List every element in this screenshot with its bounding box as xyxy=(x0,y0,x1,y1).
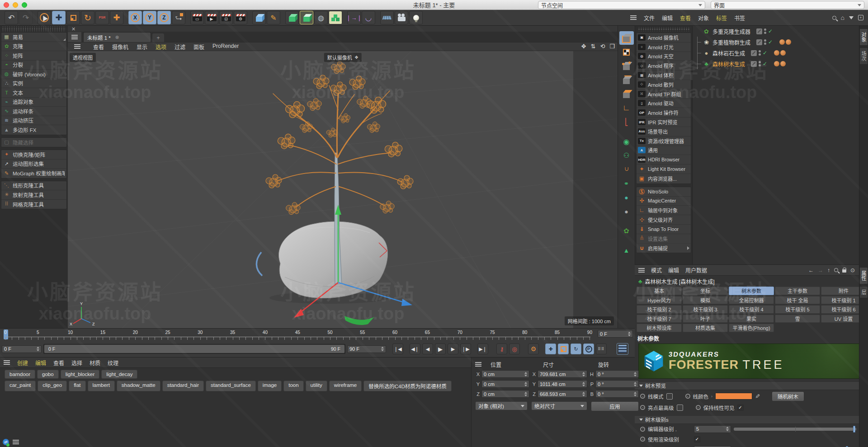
workplane-snap-button[interactable]: ● xyxy=(619,191,634,204)
lock-x-axis-button[interactable]: X xyxy=(128,11,142,24)
range-bar[interactable] xyxy=(44,345,344,353)
viewport-solo-button[interactable]: ◉ xyxy=(619,135,634,148)
polygons-mode-button[interactable] xyxy=(619,87,634,101)
record-rotation-toggle[interactable]: ↻ xyxy=(571,343,581,354)
left-menu-item[interactable]: ∿运动样条 xyxy=(1,107,66,116)
enabled-check-icon[interactable]: ✓ xyxy=(763,50,767,56)
enable-axis-button[interactable]: ∟ xyxy=(619,101,634,115)
view-label[interactable]: 透视视图 xyxy=(70,53,96,62)
rotate-tool[interactable]: ↻ xyxy=(81,11,94,24)
camera-button[interactable] xyxy=(395,11,408,24)
spinner-icon[interactable] xyxy=(726,427,729,431)
tag-icon[interactable] xyxy=(786,39,791,45)
attribute-tab[interactable]: 模拟 xyxy=(683,296,728,305)
arnold-menu-item[interactable]: ⁘Arnold 散列 xyxy=(637,80,691,89)
spinner-icon[interactable] xyxy=(628,332,631,336)
rotate-view-icon[interactable]: ⟲ xyxy=(600,43,605,50)
quantize-button[interactable]: ⚭ xyxy=(619,177,634,190)
random-tree-button[interactable]: 随机树木 xyxy=(772,391,804,401)
parameter-checkbox[interactable]: ✓ xyxy=(694,436,700,442)
lock-y-axis-button[interactable]: Y xyxy=(143,11,156,24)
redo-button[interactable]: ↷ xyxy=(19,11,33,24)
anim-dot-icon[interactable] xyxy=(640,394,645,399)
add-layer-icon[interactable]: + xyxy=(858,15,863,20)
tag-icon[interactable] xyxy=(774,61,779,66)
goto-next-key-button[interactable]: ❘▶ xyxy=(460,343,471,354)
enabled-check-icon[interactable]: ✓ xyxy=(768,28,773,34)
spinner-icon[interactable] xyxy=(582,392,585,396)
object-manager-menu-item[interactable]: 文件 xyxy=(644,14,655,22)
material-chip[interactable]: image xyxy=(258,381,282,391)
keep-lines-checkbox[interactable]: ✓ xyxy=(737,405,744,411)
visibility-dots-icon[interactable] xyxy=(764,39,766,45)
render-settings-button[interactable]: ⚙ xyxy=(234,11,247,24)
attribute-tab[interactable]: 叶子 xyxy=(683,315,728,323)
play-button[interactable]: ▶ xyxy=(435,343,446,354)
rotation-field[interactable]: 0 ° xyxy=(595,390,639,398)
arnold-menu-item[interactable]: ▦Arnold 体积 xyxy=(637,71,691,80)
material-menu-item[interactable]: 创建 xyxy=(17,359,28,367)
anim-dot-icon[interactable] xyxy=(685,394,690,399)
viewport-menu-item[interactable]: 查看 xyxy=(93,43,104,51)
record-keyframe-button[interactable]: ⚷ xyxy=(496,343,507,354)
left-menu-item[interactable]: ◍破碎 (Voronoi) xyxy=(1,70,66,79)
arnold-menu-item[interactable]: ◇Arnold 程序 xyxy=(637,61,691,71)
viewport-menu-item[interactable]: 显示 xyxy=(137,43,147,51)
material-menu-item[interactable]: 选择 xyxy=(71,359,82,367)
attribute-tab[interactable]: 枝干级别 4 xyxy=(729,305,774,314)
interface-dropdown[interactable]: 界面 xyxy=(711,1,864,9)
workplane-mode-button[interactable]: ⎣ xyxy=(619,115,634,129)
prev-frame-button[interactable]: ◀ xyxy=(422,343,433,354)
enabled-check-icon[interactable]: ✓ xyxy=(768,39,773,45)
anim-dot-icon[interactable] xyxy=(640,427,645,432)
material-menu-item[interactable]: 材质 xyxy=(90,359,100,367)
record-pla-toggle[interactable]: ⠿⠿ xyxy=(596,343,607,354)
layer-toggle-icon[interactable] xyxy=(756,39,762,45)
snap-magnet-button[interactable]: ∩ xyxy=(619,163,634,176)
attribute-tab[interactable]: 树木参数 xyxy=(729,287,774,295)
arnold-menu-item[interactable]: ⇓Snap To Floor xyxy=(637,225,691,234)
attribute-tab[interactable]: Hyper风力 xyxy=(637,296,682,305)
end-fr ame-field[interactable]: 90 F xyxy=(347,345,386,353)
primitive-cube-button[interactable] xyxy=(252,11,266,24)
arnold-menu-item[interactable]: OPArnold 操作符 xyxy=(637,108,691,118)
visibility-dots-icon[interactable] xyxy=(759,50,761,56)
object-manager-menu-item[interactable]: 编辑 xyxy=(662,14,673,22)
material-chip[interactable]: flat xyxy=(69,381,85,391)
arnold-menu-item[interactable]: ⊹使父级对齐 xyxy=(637,215,691,225)
spline-pen-button[interactable]: ✎ xyxy=(267,11,280,24)
spinner-icon[interactable] xyxy=(582,372,585,376)
spinner-icon[interactable] xyxy=(524,392,527,396)
material-menu-item[interactable]: 纹理 xyxy=(108,359,118,367)
camera-label[interactable]: 默认摄像机✥ xyxy=(324,53,362,62)
attribute-menu-item[interactable]: 用户数据 xyxy=(685,266,707,274)
record-parameter-toggle[interactable]: P xyxy=(583,343,594,354)
motion-system-icon[interactable] xyxy=(617,343,628,355)
viewport-burger-menu[interactable] xyxy=(68,32,81,42)
arnold-menu-item[interactable]: A通用 xyxy=(637,146,691,155)
bend-deformer-button[interactable]: ◡ xyxy=(362,11,375,24)
mograph-flower-button[interactable]: ✿ xyxy=(619,224,634,238)
left-menu-item[interactable]: ∴实例 xyxy=(1,79,66,89)
attribute-tab[interactable]: 枝干级别 3 xyxy=(683,305,728,314)
goto-prev-key-button[interactable]: ◀❘ xyxy=(410,343,420,354)
slider-handle[interactable] xyxy=(853,426,855,433)
left-menu-item[interactable]: ▲多边形 FX xyxy=(1,125,66,135)
material-chip[interactable]: standard_surface xyxy=(206,381,256,391)
parent-object-icon[interactable]: ↑ xyxy=(827,267,830,273)
view-menu-burger[interactable] xyxy=(71,43,83,50)
autokey-button[interactable]: ◎ xyxy=(509,343,520,354)
object-name[interactable]: 多重植物群生成 xyxy=(712,38,750,46)
tag-icon[interactable] xyxy=(774,50,779,56)
arnold-menu-item[interactable]: ▯Arnold 驱动 xyxy=(637,99,691,108)
visibility-dots-icon[interactable] xyxy=(764,28,766,34)
focus-icon[interactable]: ⊙ xyxy=(850,267,855,273)
record-position-toggle[interactable]: ✚ xyxy=(545,343,556,354)
layer-toggle-icon[interactable] xyxy=(751,61,757,67)
spinner-icon[interactable] xyxy=(37,347,39,351)
toggle-view-icon[interactable]: ❒ xyxy=(609,43,615,50)
material-chip[interactable]: utility xyxy=(306,381,327,391)
lock-icon[interactable] xyxy=(842,269,846,273)
left-menu-item[interactable]: ✳放射克隆工具 xyxy=(1,190,66,200)
left-menu-item[interactable]: ⁘矩阵 xyxy=(1,51,66,61)
